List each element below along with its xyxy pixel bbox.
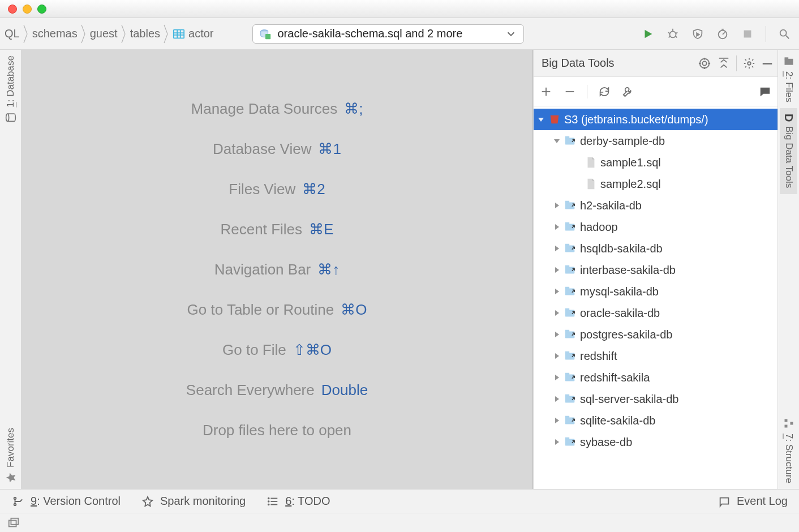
tree-node-s3-root[interactable]: S3 (jetbrains.bucket/dumps/) — [534, 109, 777, 130]
tree-node-label: sample2.sql — [600, 178, 661, 191]
tree-node-folder[interactable]: postgres-sakila-db — [534, 324, 777, 345]
connection-tree[interactable]: S3 (jetbrains.bucket/dumps/) derby-sampl… — [534, 106, 777, 489]
folder-shortcut-icon — [564, 264, 577, 276]
run-icon[interactable] — [641, 27, 655, 41]
refresh-icon[interactable] — [598, 85, 611, 98]
breadcrumb-item[interactable]: actor — [170, 18, 216, 49]
tree-node-label: hsqldb-sakila-db — [580, 242, 663, 255]
left-gutter: 1: Database Favorites — [0, 50, 22, 489]
tree-node-label: hadoop — [580, 221, 618, 234]
tool-window-database[interactable]: 1: Database — [3, 50, 19, 129]
folder-shortcut-icon — [564, 307, 577, 319]
window-minimize-button[interactable] — [23, 5, 32, 14]
welcome-hint[interactable]: Search Everywhere Double — [186, 381, 368, 399]
window-close-button[interactable] — [8, 5, 17, 14]
svg-point-64 — [14, 503, 16, 505]
tree-node-folder[interactable]: sybase-db — [534, 431, 777, 453]
triangle-right-icon — [553, 439, 561, 445]
tree-node-folder[interactable]: h2-sakila-db — [534, 195, 777, 216]
welcome-hint[interactable]: Files View ⌘2 — [229, 181, 325, 198]
tool-window-structure[interactable]: 7: Structure — [781, 412, 797, 489]
tool-window-favorites[interactable]: Favorites — [3, 422, 19, 489]
window-maximize-button[interactable] — [37, 5, 46, 14]
event-log-icon — [718, 495, 731, 508]
file-icon — [585, 156, 597, 169]
debug-icon[interactable] — [666, 27, 680, 41]
tree-node-folder[interactable]: hadoop — [534, 216, 777, 238]
divider — [766, 26, 766, 42]
locate-icon[interactable] — [698, 57, 711, 70]
svg-rect-33 — [565, 136, 569, 139]
run-configuration-dropdown[interactable]: oracle-sakila-schema.sql and 2 more — [252, 24, 524, 44]
wrench-icon[interactable] — [621, 85, 635, 98]
tree-node-folder[interactable]: sqlite-sakila-db — [534, 410, 777, 431]
status-spark-monitoring[interactable]: Spark monitoring — [141, 495, 246, 508]
folder-shortcut-icon — [564, 414, 577, 427]
svg-rect-58 — [784, 59, 793, 65]
breadcrumb-label: actor — [188, 27, 213, 40]
breadcrumb-item[interactable]: QL — [2, 18, 22, 49]
add-icon[interactable] — [539, 85, 553, 98]
tree-node-label: postgres-sakila-db — [580, 328, 672, 341]
triangle-right-icon — [553, 353, 561, 359]
editor-welcome-panel: Manage Data Sources ⌘; Database View ⌘1 … — [22, 50, 533, 489]
welcome-hint[interactable]: Go to Table or Routine ⌘O — [187, 301, 367, 319]
tree-node-folder[interactable]: interbase-sakila-db — [534, 259, 777, 281]
remove-icon[interactable] — [563, 85, 577, 98]
triangle-right-icon — [553, 288, 561, 295]
gear-icon[interactable] — [742, 57, 756, 70]
divider — [587, 85, 587, 98]
folder-shortcut-icon — [564, 242, 577, 255]
breadcrumb-item[interactable]: guest — [88, 18, 120, 49]
run-with-coverage-icon[interactable] — [691, 27, 705, 41]
welcome-hint[interactable]: Database View ⌘1 — [213, 140, 341, 158]
status-version-control[interactable]: 9: Version Control — [11, 495, 121, 508]
collapse-all-icon[interactable] — [717, 57, 731, 70]
tree-node-folder[interactable]: redshift — [534, 345, 777, 367]
welcome-hint[interactable]: Go to File ⇧⌘O — [222, 341, 332, 359]
feedback-icon[interactable] — [758, 85, 772, 98]
footer-bar — [0, 513, 799, 532]
tree-node-label: S3 (jetbrains.bucket/dumps/) — [564, 113, 708, 126]
svg-point-20 — [702, 61, 706, 65]
stop-icon[interactable] — [741, 27, 754, 41]
folder-shortcut-icon — [564, 221, 577, 233]
welcome-hint[interactable]: Manage Data Sources ⌘; — [191, 100, 363, 118]
tree-node-label: sybase-db — [580, 436, 632, 449]
hide-icon[interactable] — [761, 57, 774, 70]
tree-node-file[interactable]: sample2.sql — [534, 173, 777, 195]
svg-point-27 — [748, 62, 751, 65]
folder-shortcut-icon — [564, 350, 577, 362]
svg-rect-49 — [565, 351, 569, 354]
svg-point-21 — [700, 58, 710, 68]
svg-point-19 — [6, 114, 8, 121]
status-todo[interactable]: 6: TODO — [266, 495, 330, 508]
tree-node-folder[interactable]: oracle-sakila-db — [534, 302, 777, 324]
branch-icon — [11, 495, 25, 508]
windows-icon[interactable] — [7, 516, 20, 530]
tree-node-file[interactable]: sample1.sql — [534, 152, 777, 173]
breadcrumb-item[interactable]: schemas — [30, 18, 80, 49]
svg-rect-39 — [565, 244, 569, 246]
triangle-right-icon — [553, 245, 561, 252]
breadcrumb-item[interactable]: tables — [128, 18, 162, 49]
s3-bucket-icon — [548, 113, 561, 126]
tree-node-label: h2-sakila-db — [580, 199, 642, 212]
tree-node-folder[interactable]: redshift-sakila — [534, 367, 777, 388]
tree-node-folder[interactable]: mysql-sakila-db — [534, 281, 777, 302]
triangle-right-icon — [553, 202, 561, 209]
triangle-right-icon — [553, 310, 561, 316]
tool-window-files[interactable]: 2: Files — [781, 50, 797, 108]
welcome-hint[interactable]: Navigation Bar ⌘↑ — [214, 261, 340, 278]
tree-node-folder[interactable]: hsqldb-sakila-db — [534, 238, 777, 259]
svg-rect-57 — [565, 437, 569, 440]
breadcrumb: QL schemas guest tables actor — [0, 18, 216, 49]
tree-node-folder[interactable]: sql-server-sakila-db — [534, 388, 777, 410]
search-icon[interactable] — [777, 27, 791, 41]
tool-window-big-data-tools[interactable]: D Big Data Tools — [780, 108, 797, 194]
welcome-hint[interactable]: Recent Files ⌘E — [221, 221, 334, 238]
status-event-log[interactable]: Event Log — [718, 495, 788, 508]
tree-node-folder[interactable]: derby-sample-db — [534, 130, 777, 152]
profiler-icon[interactable] — [716, 27, 729, 41]
chevron-right-icon — [22, 23, 30, 45]
